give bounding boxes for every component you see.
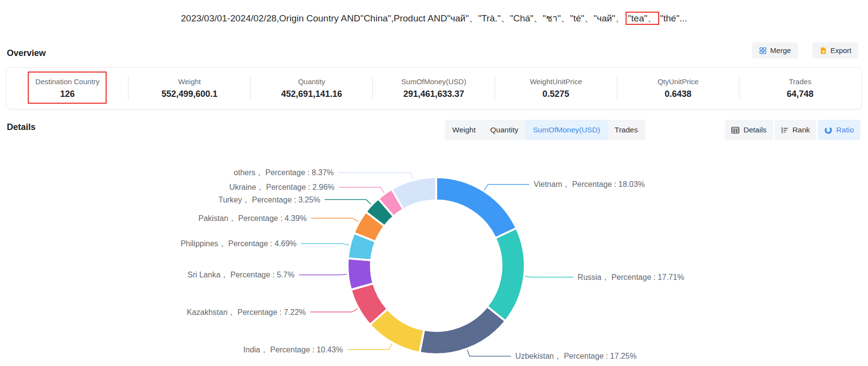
pie-label-ukraine: Ukraine， Percentage : 2.96%: [229, 183, 334, 191]
table-icon: [731, 127, 739, 134]
stat-label: QtyUnitPrice: [658, 77, 699, 86]
stat-label: Trades: [789, 77, 812, 86]
pie-slice-sri-lanka[interactable]: [348, 258, 373, 290]
donut-chart: Vietnam， Percentage : 18.03%Russia， Perc…: [0, 136, 868, 366]
stat-quantity: Quantity452,691,141.16: [251, 68, 373, 109]
stat-label: Quantity: [298, 77, 325, 86]
pie-label-philippines: Philippines， Percentage : 4.69%: [181, 239, 296, 248]
merge-button[interactable]: Merge: [752, 42, 798, 58]
pie-slice-vietnam[interactable]: [436, 177, 517, 238]
stat-trades: Trades64,748: [739, 68, 861, 109]
stat-value: 0.6438: [665, 89, 691, 99]
stat-value: 0.5275: [542, 89, 569, 99]
title-text-prefix: 2023/03/01-2024/02/28,Origin Country AND…: [181, 13, 625, 23]
view-tab-label: Details: [743, 126, 766, 134]
stat-weight: Weight552,499,600.1: [129, 68, 251, 109]
pie-label-others: others， Percentage : 8.37%: [234, 168, 333, 177]
title-highlight-box: "tea"、: [626, 12, 659, 25]
title-text-suffix: "thé"...: [660, 13, 687, 23]
merge-icon: [759, 47, 767, 55]
pie-label-russia: Russia， Percentage : 17.71%: [578, 273, 684, 281]
view-tab-label: Ratio: [836, 126, 854, 134]
pie-label-kazakhstan: Kazakhstan， Percentage : 7.22%: [187, 308, 306, 316]
export-icon: [819, 47, 827, 55]
pie-label-vietnam: Vietnam， Percentage : 18.03%: [534, 180, 645, 188]
stat-label: Weight: [178, 77, 201, 86]
details-heading: Details: [7, 122, 36, 132]
pie-leader-others: [338, 173, 413, 180]
stat-destination-country: Destination Country126: [6, 68, 129, 109]
page-title: 2023/03/01-2024/02/28,Origin Country AND…: [0, 11, 868, 25]
pie-slice-russia[interactable]: [487, 228, 525, 321]
pie-leader-philippines: [301, 244, 349, 245]
pie-leader-india: [347, 344, 392, 349]
stat-label: WeightUnitPrice: [530, 77, 582, 86]
overview-heading: Overview: [7, 48, 46, 58]
pie-leader-pakistan: [311, 218, 358, 221]
stat-value: 552,499,600.1: [162, 89, 218, 99]
stat-value: 126: [60, 89, 74, 99]
stat-sumofmoney-usd: SumOfMoney(USD)291,461,633.37: [373, 68, 495, 109]
stat-label: SumOfMoney(USD): [401, 77, 466, 86]
pie-leader-russia: [525, 276, 573, 277]
pie-label-pakistan: Pakistan， Percentage : 4.39%: [199, 214, 307, 222]
page: 2023/03/01-2024/02/28,Origin Country AND…: [0, 0, 868, 366]
pie-leader-ukraine: [339, 187, 384, 193]
pie-label-uzbekistan: Uzbekistan， Percentage : 17.25%: [516, 352, 637, 360]
view-tab-label: Rank: [793, 126, 810, 134]
merge-button-label: Merge: [770, 46, 791, 55]
stat-value: 64,748: [787, 89, 813, 99]
pie-slice-uzbekistan[interactable]: [420, 307, 505, 354]
pie-leader-kazakhstan: [310, 309, 357, 312]
stat-value: 291,461,633.37: [403, 89, 464, 99]
overview-stats-card: Destination Country126Weight552,499,600.…: [6, 67, 862, 110]
pie-leader-uzbekistan: [467, 350, 511, 356]
pie-leader-sri-lanka: [299, 274, 347, 274]
pie-label-sri-lanka: Sri Lanka， Percentage : 5.7%: [187, 271, 295, 279]
rank-icon: [781, 127, 789, 134]
stat-qtyunitprice: QtyUnitPrice0.6438: [617, 68, 739, 109]
donut-icon: [824, 126, 832, 134]
pie-leader-vietnam: [484, 184, 530, 190]
export-button[interactable]: Export: [813, 42, 858, 58]
pie-leader-turkey: [325, 200, 371, 204]
stat-label: Destination Country: [36, 77, 100, 86]
stat-value: 452,691,141.16: [281, 89, 342, 99]
pie-label-india: India， Percentage : 10.43%: [243, 346, 343, 354]
overview-actions: Merge Export: [752, 42, 858, 58]
stat-weightunitprice: WeightUnitPrice0.5275: [495, 68, 617, 109]
export-button-label: Export: [831, 46, 851, 55]
pie-label-turkey: Turkey， Percentage : 3.25%: [219, 196, 320, 204]
